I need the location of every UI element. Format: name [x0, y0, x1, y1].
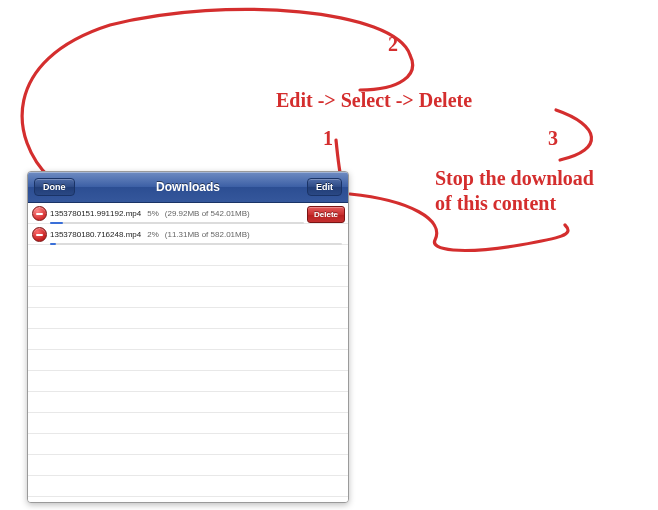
- download-filename: 1353780180.716248.mp4: [50, 230, 141, 239]
- stop-download-icon[interactable]: [28, 227, 50, 242]
- delete-button[interactable]: Delete: [307, 206, 345, 223]
- download-bytes: (11.31MB of 582.01MB): [165, 230, 250, 239]
- download-progress: [50, 243, 342, 245]
- edit-button[interactable]: Edit: [307, 178, 342, 196]
- download-percent: 2%: [147, 230, 159, 239]
- download-progress-fill: [50, 243, 56, 245]
- annotation-step-1: 1: [323, 126, 333, 151]
- downloads-panel: Done Downloads Edit 1353780151.991192.mp…: [27, 171, 349, 503]
- annotation-workflow: Edit -> Select -> Delete: [276, 88, 472, 113]
- navbar: Done Downloads Edit: [28, 172, 348, 203]
- download-list: 1353780151.991192.mp4 5% (29.92MB of 542…: [28, 203, 348, 503]
- annotation-step-3: 3: [548, 126, 558, 151]
- download-bytes: (29.92MB of 542.01MB): [165, 209, 250, 218]
- navbar-title: Downloads: [28, 180, 348, 194]
- download-filename: 1353780151.991192.mp4: [50, 209, 141, 218]
- download-percent: 5%: [147, 209, 159, 218]
- done-button[interactable]: Done: [34, 178, 75, 196]
- annotation-stop-text: Stop the download of this content: [435, 166, 594, 216]
- download-row[interactable]: 1353780180.716248.mp4 2% (11.31MB of 582…: [28, 224, 348, 245]
- stop-download-icon[interactable]: [28, 206, 50, 221]
- annotation-step-2: 2: [388, 32, 398, 57]
- download-row[interactable]: 1353780151.991192.mp4 5% (29.92MB of 542…: [28, 203, 348, 224]
